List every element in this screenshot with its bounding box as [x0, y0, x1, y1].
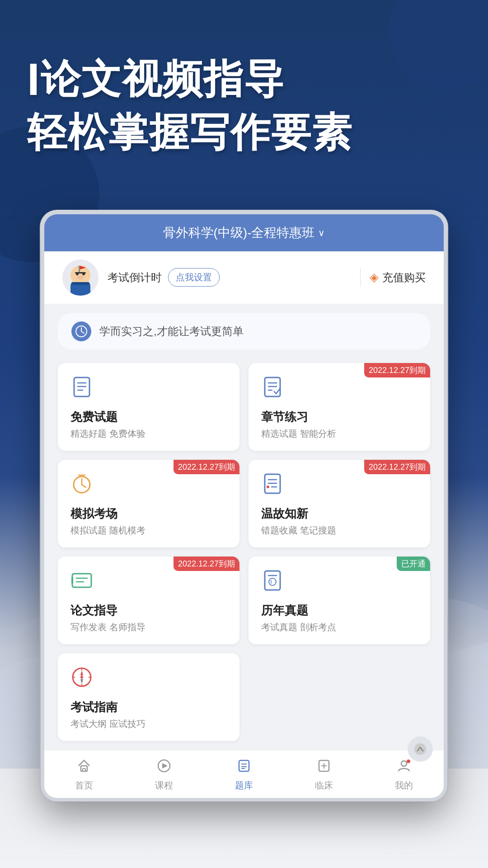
- bottom-nav: 首页 课程: [44, 750, 444, 798]
- tablet-frame: 骨外科学(中级)-全程特惠班 ∨: [41, 211, 447, 802]
- thesis-guide-title: 论文指导: [70, 603, 227, 618]
- home-icon-svg: [77, 759, 91, 773]
- chapter-practice-badge: 2022.12.27到期: [364, 363, 430, 377]
- exam-guide-icon: [70, 666, 227, 693]
- doc-icon: [70, 376, 227, 403]
- past-exams-title: 历年真题: [261, 603, 418, 618]
- hero-title-line1: I论文视频指导: [27, 54, 461, 104]
- clinical-icon-svg: [317, 759, 331, 773]
- free-questions-subtitle: 精选好题 免费体验: [70, 428, 227, 440]
- grid-row-3: 2022.12.27到期 论文指导 写作发表 名师指导 已开通: [58, 557, 430, 644]
- clock-svg: [75, 325, 88, 338]
- user-left-section: 考试倒计时 点我设置: [62, 259, 220, 296]
- mock-exam-badge: 2022.12.27到期: [174, 460, 239, 474]
- svg-marker-50: [162, 763, 168, 769]
- app-header[interactable]: 骨外科学(中级)-全程特惠班 ∨: [44, 214, 444, 251]
- svg-rect-51: [239, 760, 249, 771]
- mock-exam-title: 模拟考场: [70, 506, 227, 522]
- chapter-practice-subtitle: 精选试题 智能分析: [261, 428, 418, 440]
- review-title: 温故知新: [261, 506, 418, 522]
- svg-point-6: [77, 275, 84, 280]
- card-thesis-guide[interactable]: 2022.12.27到期 论文指导 写作发表 名师指导: [58, 557, 239, 644]
- hero-line1-text: 论文视频指导: [41, 57, 285, 101]
- svg-point-39: [80, 676, 83, 679]
- scroll-to-top-button[interactable]: [408, 736, 433, 762]
- thesis-guide-badge: 2022.12.27到期: [174, 557, 239, 571]
- questions-icon: [237, 759, 251, 777]
- hero-accent-char: I: [27, 54, 41, 104]
- course-icon-svg: [157, 759, 171, 773]
- grid-row-4: 考试指南 考试大纲 应试技巧: [58, 653, 430, 741]
- mine-icon: [397, 759, 411, 777]
- svg-rect-48: [83, 769, 85, 771]
- recharge-button[interactable]: ◈ 充值购买: [370, 270, 426, 285]
- review-badge: 2022.12.27到期: [364, 460, 430, 474]
- thesis-guide-subtitle: 写作发表 名师指导: [70, 621, 227, 633]
- svg-marker-45: [80, 679, 83, 684]
- exam-countdown: 考试倒计时 点我设置: [108, 268, 220, 287]
- review-icon: [261, 472, 418, 500]
- scroll-icon: [414, 743, 427, 755]
- past-exams-icon-svg: [261, 569, 284, 592]
- free-questions-icon-svg: [70, 376, 93, 398]
- grid-row-1: 免费试题 精选好题 免费体验 2022.12.27到期: [58, 363, 430, 451]
- avatar-illustration: [62, 259, 99, 296]
- nav-item-clinical[interactable]: 临床: [315, 759, 333, 792]
- vertical-divider: [360, 269, 361, 287]
- hero-section: I论文视频指导 轻松掌握写作要素: [0, 0, 488, 184]
- nav-questions-label: 题库: [235, 779, 253, 792]
- empty-grid-space: [249, 653, 430, 741]
- course-icon: [157, 759, 171, 777]
- svg-rect-30: [72, 574, 91, 587]
- mine-icon-svg: [397, 759, 411, 773]
- past-exams-subtitle: 考试真题 剖析考点: [261, 621, 418, 633]
- svg-rect-34: [265, 571, 280, 590]
- countdown-set-button[interactable]: 点我设置: [168, 268, 220, 287]
- hero-title-line2: 轻松掌握写作要素: [27, 108, 461, 156]
- grid-section: 免费试题 精选好题 免费体验 2022.12.27到期: [44, 359, 444, 741]
- exam-guide-title: 考试指南: [70, 699, 227, 715]
- svg-point-46: [414, 743, 426, 755]
- nav-item-course[interactable]: 课程: [155, 759, 173, 792]
- svg-rect-7: [71, 282, 89, 285]
- card-chapter-practice[interactable]: 2022.12.27到期 章节练习 精选试题 智能分析: [249, 363, 430, 451]
- svg-point-4: [76, 273, 79, 275]
- review-icon-svg: [261, 472, 284, 495]
- svg-marker-44: [80, 670, 83, 676]
- card-free-questions[interactable]: 免费试题 精选好题 免费体验: [58, 363, 239, 451]
- card-exam-guide[interactable]: 考试指南 考试大纲 应试技巧: [58, 653, 239, 741]
- motto-bar: 学而实习之,才能让考试更简单: [58, 313, 430, 349]
- course-title: 骨外科学(中级)-全程特惠班: [163, 224, 315, 241]
- chapter-practice-icon-svg: [261, 376, 284, 398]
- nav-item-home[interactable]: 首页: [75, 759, 93, 792]
- nav-item-questions[interactable]: 题库: [235, 759, 253, 792]
- mock-exam-subtitle: 模拟试题 随机模考: [70, 524, 227, 537]
- nav-item-mine[interactable]: 我的: [395, 759, 413, 792]
- svg-point-5: [82, 273, 85, 275]
- svg-line-12: [81, 331, 84, 333]
- svg-rect-8: [79, 266, 80, 272]
- exam-guide-subtitle: 考试大纲 应试技巧: [70, 718, 227, 730]
- clinical-icon: [317, 759, 331, 777]
- past-exams-badge: 已开通: [397, 557, 430, 571]
- review-subtitle: 错题收藏 笔记搜题: [261, 524, 418, 537]
- home-icon: [77, 759, 91, 777]
- avatar: [62, 259, 99, 296]
- chapter-practice-icon: [261, 376, 418, 403]
- exam-guide-icon-svg: [70, 666, 93, 689]
- past-exams-icon: [261, 569, 418, 596]
- countdown-label: 考试倒计时: [108, 270, 162, 285]
- card-past-exams[interactable]: 已开通 历年真题 考试真题 剖析考点: [249, 557, 430, 644]
- nav-clinical-label: 临床: [315, 779, 333, 792]
- tablet-wrapper: 骨外科学(中级)-全程特惠班 ∨: [0, 211, 488, 802]
- mock-exam-icon-svg: [70, 472, 93, 495]
- svg-point-58: [401, 761, 407, 766]
- card-mock-exam[interactable]: 2022.12.27到期 模拟考场 模拟试题 随机模考: [58, 460, 239, 547]
- grid-row-2: 2022.12.27到期 模拟考场 模拟试题 随机模考 2022.12: [58, 460, 430, 547]
- clock-icon: [71, 321, 91, 341]
- questions-icon-svg: [237, 759, 251, 773]
- mock-exam-icon: [70, 472, 227, 500]
- svg-point-35: [269, 578, 276, 585]
- card-review[interactable]: 2022.12.27到期 温故知新 错题收藏 笔记搜题: [249, 460, 430, 547]
- app-header-title: 骨外科学(中级)-全程特惠班 ∨: [163, 224, 325, 241]
